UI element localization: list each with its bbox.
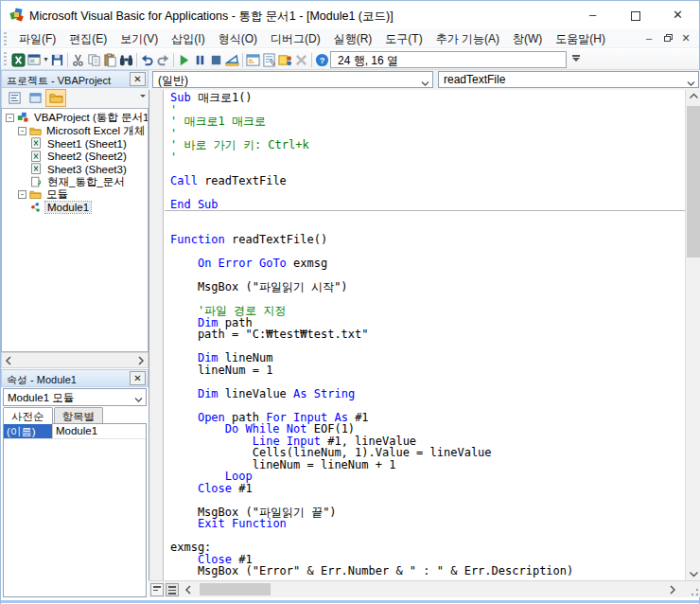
toggle-folders-button[interactable] [45, 89, 66, 107]
view-object-button[interactable] [25, 89, 45, 107]
worksheet-icon [30, 163, 44, 175]
hscrollbar-thumb[interactable] [200, 583, 271, 595]
menu-item-4[interactable]: 형식(O) [212, 29, 264, 49]
menu-item-7[interactable]: 도구(T) [378, 29, 429, 49]
toolbox-icon [293, 50, 309, 69]
code-line-21: path = "C:₩test₩test.txt" [165, 329, 685, 341]
copy-icon[interactable] [86, 50, 102, 69]
scroll-right-icon[interactable] [137, 355, 145, 366]
project-tree-hscrollbar[interactable] [1, 352, 149, 368]
resize-grip[interactable] [686, 583, 700, 597]
toolbar-drag-handle[interactable] [4, 52, 7, 65]
collapse-minus-icon[interactable]: - [6, 114, 14, 122]
save-icon[interactable] [49, 50, 65, 69]
tree-item-label: Sheet1 (Sheet1) [45, 138, 129, 150]
scroll-up-icon[interactable] [689, 92, 699, 100]
minimize-button[interactable]: – [571, 1, 614, 29]
tree-item[interactable]: Sheet1 (Sheet1) [2, 137, 148, 151]
tree-item[interactable]: -모듈 [2, 188, 148, 202]
maximize-icon [631, 11, 640, 21]
procedure-view-button[interactable] [150, 583, 164, 596]
worksheet-icon [30, 137, 44, 150]
standard-toolbar: ▼? 24 행, 16 열 [1, 49, 699, 70]
toolbar-options-icon[interactable] [570, 52, 582, 67]
module-icon [30, 202, 44, 214]
vba-project-icon [17, 112, 30, 124]
break-icon[interactable] [192, 50, 208, 69]
menu-item-0[interactable]: 파일(F) [12, 29, 62, 49]
full-module-view-button[interactable] [166, 583, 179, 596]
menu-item-2[interactable]: 보기(V) [114, 29, 165, 49]
menu-item-8[interactable]: 추가 기능(A) [429, 29, 506, 49]
restore-icon [664, 34, 673, 42]
tab-alphabetic[interactable]: 사전순 [3, 407, 53, 424]
tree-item[interactable]: Sheet3 (Sheet3) [2, 163, 148, 176]
tree-item[interactable]: 현재_통합_문서 [2, 176, 148, 189]
properties-window-icon[interactable] [261, 50, 277, 69]
maximize-button[interactable] [614, 1, 656, 29]
collapse-minus-icon[interactable]: - [18, 127, 26, 135]
object-dropdown[interactable]: (일반) [152, 71, 433, 88]
project-explorer-icon[interactable] [245, 50, 261, 69]
property-value-cell[interactable]: Module1 [53, 424, 146, 438]
reset-icon[interactable] [208, 50, 224, 69]
tree-item[interactable]: Sheet2 (Sheet2) [2, 151, 148, 164]
find-icon[interactable] [118, 50, 134, 69]
menu-item-9[interactable]: 창(W) [506, 29, 549, 49]
menu-item-1[interactable]: 편집(E) [62, 29, 114, 49]
tree-item[interactable]: Module1 [2, 202, 148, 215]
child-close-button[interactable]: ✕ [677, 31, 694, 46]
collapse-minus-icon[interactable]: - [18, 190, 26, 199]
project-panel-close-button[interactable]: ✕ [130, 72, 146, 86]
properties-object-select[interactable]: Module1 모듈 [3, 388, 147, 406]
menu-item-5[interactable]: 디버그(D) [264, 29, 327, 49]
menu-item-6[interactable]: 실행(R) [327, 29, 379, 49]
view-excel-icon[interactable] [10, 50, 26, 69]
vscrollbar-thumb[interactable] [687, 106, 700, 258]
scroll-right-icon[interactable] [669, 584, 676, 595]
redo-icon[interactable] [155, 50, 171, 69]
close-button[interactable]: ✕ [656, 1, 699, 29]
object-browser-icon[interactable] [277, 50, 293, 69]
menu-items: 파일(F)편집(E)보기(V)삽입(I)형식(O)디버그(D)실행(R)도구(T… [12, 29, 612, 48]
code-line-15: On Error GoTo exmsg [165, 258, 685, 270]
help-icon[interactable]: ? [314, 50, 330, 69]
child-restore-button[interactable] [659, 31, 676, 46]
chevron-down-icon [421, 77, 429, 90]
menubar-drag-handle[interactable] [4, 32, 7, 45]
tree-item[interactable]: -VBAProject (통합 문서1) [2, 112, 148, 125]
code-line-24: lineNum = 1 [165, 364, 685, 377]
run-icon[interactable] [176, 50, 192, 69]
cut-icon[interactable] [70, 50, 86, 69]
design-mode-icon[interactable] [224, 50, 240, 69]
toolbar-separator [136, 53, 137, 67]
scroll-left-icon[interactable] [184, 584, 192, 595]
scroll-down-icon[interactable] [689, 570, 699, 578]
properties-panel-close-button[interactable]: ✕ [130, 371, 146, 385]
project-panel-toolbar [1, 88, 149, 108]
tab-categorized[interactable]: 항목별 [54, 407, 104, 424]
view-code-button[interactable] [4, 89, 25, 107]
workbook-icon [30, 176, 44, 188]
child-minimize-button[interactable]: – [640, 31, 657, 46]
properties-panel-title: 속성 - Module1 [7, 374, 77, 385]
menu-bar: 파일(F)편집(E)보기(V)삽입(I)형식(O)디버그(D)실행(R)도구(T… [1, 29, 699, 48]
vba-editor-window: Microsoft Visual Basic for Applications … [0, 0, 700, 604]
code-vscrollbar[interactable] [685, 90, 700, 580]
paste-icon[interactable] [102, 50, 118, 69]
menu-item-3[interactable]: 삽입(I) [165, 29, 211, 49]
code-editor[interactable]: Sub 매크로1()'' 매크로1 매크로'' 바로 가기 키: Ctrl+k'… [149, 90, 685, 580]
property-name-cell[interactable]: (이름) [4, 424, 53, 438]
undo-icon[interactable] [139, 50, 155, 69]
dropdown-caret-icon[interactable]: ▼ [43, 50, 49, 69]
folder-open-icon [29, 188, 43, 201]
property-row-name[interactable]: (이름) Module1 [4, 424, 146, 439]
code-content[interactable]: Sub 매크로1()'' 매크로1 매크로'' 바로 가기 키: Ctrl+k'… [165, 92, 685, 577]
menu-item-10[interactable]: 도움말(H) [549, 29, 612, 49]
tree-item[interactable]: -Microsoft Excel 개체 [2, 125, 148, 138]
procedure-dropdown[interactable]: readTextFile [438, 71, 699, 88]
project-toolbar-options-icon[interactable] [140, 95, 146, 98]
insert-userform-icon[interactable] [26, 50, 43, 69]
scroll-left-icon[interactable] [5, 355, 12, 366]
chevron-down-icon [687, 77, 695, 90]
